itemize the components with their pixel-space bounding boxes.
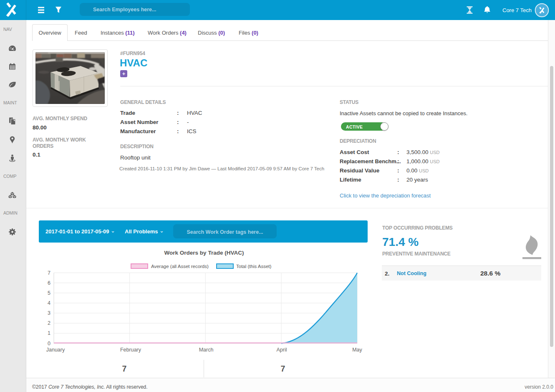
svg-text:1: 1: [48, 330, 50, 336]
svg-text:4: 4: [48, 300, 50, 306]
svg-text:3: 3: [48, 310, 50, 316]
svg-text:March: March: [199, 347, 214, 353]
svg-text:January: January: [46, 347, 65, 353]
svg-text:6: 6: [48, 280, 50, 286]
svg-text:April: April: [276, 347, 287, 353]
svg-text:2: 2: [48, 320, 50, 326]
svg-text:May: May: [352, 347, 362, 353]
svg-text:5: 5: [48, 290, 50, 296]
svg-text:0: 0: [48, 341, 50, 346]
svg-text:February: February: [120, 347, 141, 353]
svg-text:7: 7: [48, 270, 50, 276]
